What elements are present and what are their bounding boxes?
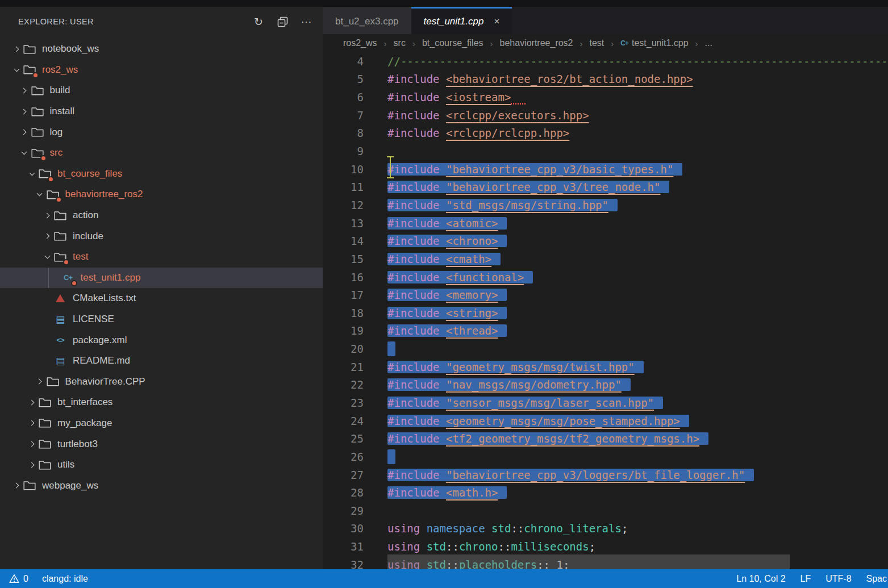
- chevron-right-icon[interactable]: [10, 47, 23, 51]
- chevron-right-icon[interactable]: [34, 380, 46, 383]
- chevron-down-icon[interactable]: [26, 173, 38, 175]
- code-line-22[interactable]: 22#include "nav_msgs/msg/odometry.hpp": [323, 376, 888, 394]
- chevron-right-icon[interactable]: [26, 463, 38, 467]
- status-right: Ln 10, Col 2 LF UTF-8 Spac: [736, 574, 888, 584]
- code-line-16[interactable]: 16#include <functional>: [323, 268, 888, 286]
- code-line-20[interactable]: 20: [323, 340, 888, 358]
- code-line-29[interactable]: 29: [323, 502, 888, 520]
- tree-item-label: ros2_ws: [42, 64, 78, 76]
- tree-item-src[interactable]: src: [0, 143, 323, 164]
- chevron-down-icon[interactable]: [34, 193, 46, 195]
- tree-item-behaviortree-cpp[interactable]: BehaviorTree.CPP: [0, 372, 323, 393]
- breadcrumb-item[interactable]: src: [394, 38, 406, 48]
- tree-item-readme-md[interactable]: ▤README.md: [0, 351, 323, 372]
- horizontal-scrollbar[interactable]: [387, 554, 790, 569]
- indentation-indicator[interactable]: Spac: [866, 574, 887, 584]
- breadcrumb-item[interactable]: bt_course_files: [422, 38, 483, 48]
- chevron-right-icon[interactable]: [18, 130, 31, 134]
- tab-test-unit1-cpp[interactable]: test_unit1.cpp×: [411, 7, 512, 34]
- cursor-position[interactable]: Ln 10, Col 2: [736, 574, 785, 584]
- cpp-icon: C+: [61, 271, 75, 285]
- eol-indicator[interactable]: LF: [801, 574, 811, 584]
- code-line-23[interactable]: 23#include "sensor_msgs/msg/laser_scan.h…: [323, 394, 888, 412]
- tree-item-include[interactable]: include: [0, 226, 323, 247]
- tree-item-package-xml[interactable]: <>package.xml: [0, 330, 323, 351]
- chevron-right-icon[interactable]: [41, 234, 53, 238]
- selection-highlight: #include <thread>: [387, 324, 507, 337]
- breadcrumb-item[interactable]: ros2_ws: [343, 38, 377, 48]
- code-line-21[interactable]: 21#include "geometry_msgs/msg/twist.hpp": [323, 358, 888, 376]
- code-line-6[interactable]: 6#include <iostream>: [323, 88, 888, 106]
- tree-item-utils[interactable]: utils: [0, 454, 323, 476]
- tree-item-label: src: [50, 147, 63, 159]
- code-line-31[interactable]: 31using std::chrono::milliseconds;: [323, 537, 888, 556]
- selection-highlight: #include <math.h>: [387, 486, 507, 499]
- tree-item-notebook-ws[interactable]: notebook_ws: [0, 39, 323, 60]
- tree-item-license[interactable]: ▤LICENSE: [0, 309, 323, 330]
- breadcrumb-item[interactable]: behaviortree_ros2: [500, 38, 573, 48]
- code-line-14[interactable]: 14#include <chrono>: [323, 232, 888, 250]
- breadcrumb-item[interactable]: test: [590, 38, 604, 48]
- tree-item-install[interactable]: install: [0, 101, 323, 122]
- tree-item-bt-course-files[interactable]: bt_course_files: [0, 164, 323, 185]
- tree-item-my-package[interactable]: my_package: [0, 413, 323, 434]
- tree-item-bt-interfaces[interactable]: bt_interfaces: [0, 392, 323, 413]
- code-line-28[interactable]: 28#include <math.h>: [323, 483, 888, 502]
- problems-indicator[interactable]: 0: [9, 574, 28, 584]
- line-content: #include <thread>: [387, 324, 888, 337]
- tree-item-turtlebot3[interactable]: turtlebot3: [0, 433, 323, 454]
- code-editor[interactable]: 4//-------------------------------------…: [323, 52, 888, 569]
- encoding-indicator[interactable]: UTF-8: [826, 574, 851, 584]
- breadcrumb-item[interactable]: C+test_unit1.cpp: [620, 38, 688, 48]
- code-line-27[interactable]: 27#include "behaviortree_cpp_v3/loggers/…: [323, 466, 888, 484]
- code-line-18[interactable]: 18#include <string>: [323, 304, 888, 322]
- code-line-7[interactable]: 7#include <rclcpp/executors.hpp>: [323, 106, 888, 124]
- code-line-12[interactable]: 12#include "std_msgs/msg/string.hpp": [323, 196, 888, 214]
- chevron-down-icon[interactable]: [41, 256, 53, 258]
- code-line-13[interactable]: 13#include <atomic>: [323, 214, 888, 232]
- code-line-25[interactable]: 25#include <tf2_geometry_msgs/tf2_geomet…: [323, 429, 888, 448]
- code-line-8[interactable]: 8#include <rclcpp/rclcpp.hpp>: [323, 124, 888, 143]
- code-line-10[interactable]: 10#include "behaviortree_cpp_v3/basic_ty…: [323, 160, 888, 178]
- tab-bt-u2-ex3-cpp[interactable]: bt_u2_ex3.cpp: [323, 7, 411, 34]
- tree-item-cmakelists-txt[interactable]: CMakeLists.txt: [0, 288, 323, 309]
- tree-item-log[interactable]: log: [0, 122, 323, 143]
- more-actions-icon[interactable]: ···: [300, 15, 312, 28]
- breadcrumb-item[interactable]: ...: [705, 38, 712, 48]
- chevron-right-icon[interactable]: [10, 483, 23, 487]
- chevron-right-icon[interactable]: [26, 421, 38, 425]
- tree-item-behaviortree-ros2[interactable]: behaviortree_ros2: [0, 184, 323, 205]
- chevron-right-icon[interactable]: [26, 442, 38, 446]
- code-line-5[interactable]: 5#include <behaviortree_ros2/bt_action_n…: [323, 70, 888, 89]
- tree-item-webpage-ws[interactable]: webpage_ws: [0, 475, 323, 496]
- breadcrumb: ros2_ws›src›bt_course_files›behaviortree…: [323, 34, 888, 52]
- collapse-folders-icon[interactable]: [276, 15, 289, 28]
- code-line-11[interactable]: 11#include "behaviortree_cpp_v3/tree_nod…: [323, 178, 888, 196]
- chevron-down-icon[interactable]: [10, 69, 23, 71]
- chevron-down-icon[interactable]: [18, 152, 31, 154]
- code-line-24[interactable]: 24#include <geometry_msgs/msg/pose_stamp…: [323, 412, 888, 430]
- tree-item-test[interactable]: test: [0, 247, 323, 268]
- tree-item-action[interactable]: action: [0, 205, 323, 226]
- clangd-status[interactable]: clangd: idle: [42, 574, 88, 584]
- code-line-30[interactable]: 30using namespace std::chrono_literals;: [323, 520, 888, 538]
- tree-item-build[interactable]: build: [0, 80, 323, 101]
- code-line-9[interactable]: 9: [323, 142, 888, 160]
- code-line-26[interactable]: 26: [323, 448, 888, 466]
- tree-item-label: my_package: [57, 418, 112, 429]
- code-line-17[interactable]: 17#include <memory>: [323, 286, 888, 304]
- code-line-19[interactable]: 19#include <thread>: [323, 322, 888, 340]
- breadcrumb-separator: ›: [611, 39, 614, 48]
- chevron-right-icon[interactable]: [26, 401, 38, 404]
- selection-highlight: #include "behaviortree_cpp_v3/basic_type…: [387, 163, 682, 176]
- chevron-right-icon[interactable]: [41, 214, 53, 218]
- refresh-explorer-icon[interactable]: ↻: [252, 15, 265, 28]
- selection-highlight: #include "sensor_msgs/msg/laser_scan.hpp…: [387, 397, 663, 409]
- tree-item-test-unit1-cpp[interactable]: C+test_unit1.cpp: [0, 268, 323, 289]
- chevron-right-icon[interactable]: [18, 89, 31, 93]
- code-line-4[interactable]: 4//-------------------------------------…: [323, 52, 888, 70]
- close-icon[interactable]: ×: [494, 16, 499, 27]
- tree-item-ros2-ws[interactable]: ros2_ws: [0, 60, 323, 81]
- code-line-15[interactable]: 15#include <cmath>: [323, 250, 888, 268]
- chevron-right-icon[interactable]: [18, 110, 31, 114]
